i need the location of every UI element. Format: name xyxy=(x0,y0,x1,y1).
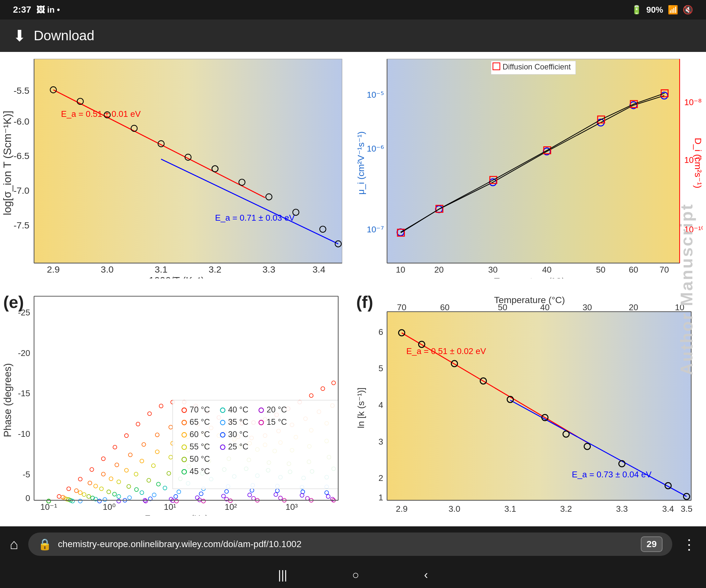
svg-text:3.3: 3.3 xyxy=(263,264,275,275)
svg-text:1000/T (K⁻¹): 1000/T (K⁻¹) xyxy=(504,514,555,516)
svg-text:10⁻⁵: 10⁻⁵ xyxy=(367,90,384,100)
svg-text:60 °C: 60 °C xyxy=(190,430,210,439)
back-button[interactable]: ‹ xyxy=(424,568,428,582)
svg-text:40: 40 xyxy=(540,303,550,312)
home-icon[interactable]: ⌂ xyxy=(10,536,18,552)
svg-text:Diffusion Coefficient: Diffusion Coefficient xyxy=(503,63,571,71)
svg-text:3.1: 3.1 xyxy=(505,504,516,514)
chart-bottom-right: Temperature (°C) 70 60 50 40 30 20 10 ln… xyxy=(353,289,706,526)
svg-text:3.0: 3.0 xyxy=(101,264,114,275)
svg-text:2: 2 xyxy=(379,473,384,483)
page-badge: 29 xyxy=(641,537,663,552)
svg-text:10⁻⁷: 10⁻⁷ xyxy=(367,225,384,234)
chart-top-left-svg: log[σ_ion T (Scm⁻¹K)] -5.5 -6.0 -6.5 -7.… xyxy=(3,55,350,278)
svg-text:10⁰: 10⁰ xyxy=(103,502,116,512)
main-content: log[σ_ion T (Scm⁻¹K)] -5.5 -6.0 -6.5 -7.… xyxy=(0,52,706,526)
svg-text:20: 20 xyxy=(434,265,444,275)
svg-text:Phase (degrees): Phase (degrees) xyxy=(3,363,13,437)
chart-top-right-svg: μ_i (cm²V⁻¹s⁻¹) D_i (cm²s⁻¹) 10⁻⁵ 10⁻⁶ 1… xyxy=(356,55,703,278)
svg-text:0: 0 xyxy=(26,493,31,503)
download-bar[interactable]: ⬇ Download xyxy=(0,19,706,52)
svg-text:20 °C: 20 °C xyxy=(267,405,287,414)
time-display: 2:37 xyxy=(13,5,31,15)
svg-text:70 °C: 70 °C xyxy=(190,405,210,414)
svg-text:60: 60 xyxy=(629,265,638,275)
svg-rect-33 xyxy=(387,59,680,263)
status-icons: 🖼 in • xyxy=(36,5,60,15)
signal-icon: 📶 xyxy=(668,5,678,15)
svg-text:-5.5: -5.5 xyxy=(14,85,30,96)
chart-top-left: log[σ_ion T (Scm⁻¹K)] -5.5 -6.0 -6.5 -7.… xyxy=(0,52,353,289)
svg-text:10²: 10² xyxy=(225,502,237,512)
svg-text:3.2: 3.2 xyxy=(209,264,222,275)
svg-text:-7.0: -7.0 xyxy=(14,185,30,196)
svg-text:2.9: 2.9 xyxy=(396,504,407,514)
svg-text:-5: -5 xyxy=(23,470,30,479)
lock-icon: 🔒 xyxy=(38,538,51,551)
svg-text:-15: -15 xyxy=(18,388,30,398)
svg-text:1: 1 xyxy=(379,493,384,502)
svg-text:15 °C: 15 °C xyxy=(267,417,287,426)
status-right: 🔋 90% 📶 🔇 xyxy=(631,5,693,15)
chart-label-f: (f) xyxy=(353,289,373,312)
chart-label-e: (e) xyxy=(3,289,24,312)
more-menu-icon[interactable]: ⋮ xyxy=(682,536,696,553)
svg-text:3.3: 3.3 xyxy=(616,504,628,514)
svg-text:5: 5 xyxy=(379,363,384,373)
status-bar: 2:37 🖼 in • 🔋 90% 📶 🔇 xyxy=(0,0,706,19)
svg-text:30: 30 xyxy=(582,303,592,312)
svg-text:3.4: 3.4 xyxy=(312,264,325,275)
chart-bottom-right-svg: Temperature (°C) 70 60 50 40 30 20 10 ln… xyxy=(356,292,703,516)
svg-text:ln [k (s⁻¹)]: ln [k (s⁻¹)] xyxy=(356,387,366,428)
charts-area: log[σ_ion T (Scm⁻¹K)] -5.5 -6.0 -6.5 -7.… xyxy=(0,52,706,526)
chart-top-right: μ_i (cm²V⁻¹s⁻¹) D_i (cm²s⁻¹) 10⁻⁵ 10⁻⁶ 1… xyxy=(353,52,706,289)
svg-text:3.1: 3.1 xyxy=(155,264,168,275)
svg-text:50: 50 xyxy=(498,303,507,312)
svg-text:3.2: 3.2 xyxy=(560,504,572,514)
svg-text:65 °C: 65 °C xyxy=(190,417,210,426)
chart-bottom-left-svg: Phase (degrees) -25 -20 -15 -10 -5 0 10⁻… xyxy=(3,292,350,516)
svg-text:40 °C: 40 °C xyxy=(228,405,248,414)
svg-text:-6.5: -6.5 xyxy=(14,151,30,161)
svg-text:10⁻⁶: 10⁻⁶ xyxy=(367,144,384,154)
battery-icon: 🔋 xyxy=(631,5,642,15)
url-text[interactable]: chemistry-europe.onlinelibrary.wiley.com… xyxy=(58,539,634,549)
recents-button[interactable]: ||| xyxy=(278,568,287,582)
svg-text:3: 3 xyxy=(379,437,384,446)
svg-text:E_a = 0.51 ± 0.02 eV: E_a = 0.51 ± 0.02 eV xyxy=(406,346,486,356)
watermark-text: Author Manuscript xyxy=(677,203,696,375)
svg-text:-10: -10 xyxy=(18,429,30,439)
svg-text:30: 30 xyxy=(488,265,498,275)
battery-text: 90% xyxy=(646,5,663,15)
svg-text:20: 20 xyxy=(629,303,638,312)
svg-text:E_a = 0.73 ± 0.04 eV: E_a = 0.73 ± 0.04 eV xyxy=(572,470,652,479)
svg-text:10¹: 10¹ xyxy=(164,502,176,512)
url-bar[interactable]: 🔒 chemistry-europe.onlinelibrary.wiley.c… xyxy=(28,533,672,556)
svg-text:35 °C: 35 °C xyxy=(228,417,248,426)
home-button[interactable]: ○ xyxy=(352,568,359,582)
svg-text:50 °C: 50 °C xyxy=(190,454,210,463)
svg-text:-6.0: -6.0 xyxy=(14,116,30,126)
svg-text:45 °C: 45 °C xyxy=(190,467,210,476)
svg-text:E_a = 0.51 ± 0.01 eV: E_a = 0.51 ± 0.01 eV xyxy=(61,109,141,119)
svg-text:30 °C: 30 °C xyxy=(228,430,248,439)
svg-text:3.0: 3.0 xyxy=(448,504,460,514)
svg-text:-20: -20 xyxy=(18,348,30,358)
svg-text:60: 60 xyxy=(440,303,449,312)
download-label: Download xyxy=(34,28,94,43)
svg-rect-0 xyxy=(34,59,342,263)
svg-text:10⁻¹: 10⁻¹ xyxy=(40,502,57,512)
author-watermark: Author Manuscript xyxy=(667,52,706,526)
svg-text:E_a = 0.71 ± 0.03 eV: E_a = 0.71 ± 0.03 eV xyxy=(215,213,295,223)
svg-text:55 °C: 55 °C xyxy=(190,442,210,451)
nav-bar[interactable]: ⌂ 🔒 chemistry-europe.onlinelibrary.wiley… xyxy=(0,526,706,562)
svg-text:4: 4 xyxy=(379,400,384,410)
svg-text:50: 50 xyxy=(596,265,605,275)
svg-text:40: 40 xyxy=(542,265,552,275)
svg-text:-7.5: -7.5 xyxy=(14,220,30,230)
svg-text:70: 70 xyxy=(397,303,406,312)
svg-text:25 °C: 25 °C xyxy=(228,442,248,451)
android-nav-bar[interactable]: ||| ○ ‹ xyxy=(0,562,706,588)
download-icon: ⬇ xyxy=(13,27,26,45)
svg-text:6: 6 xyxy=(379,327,384,337)
